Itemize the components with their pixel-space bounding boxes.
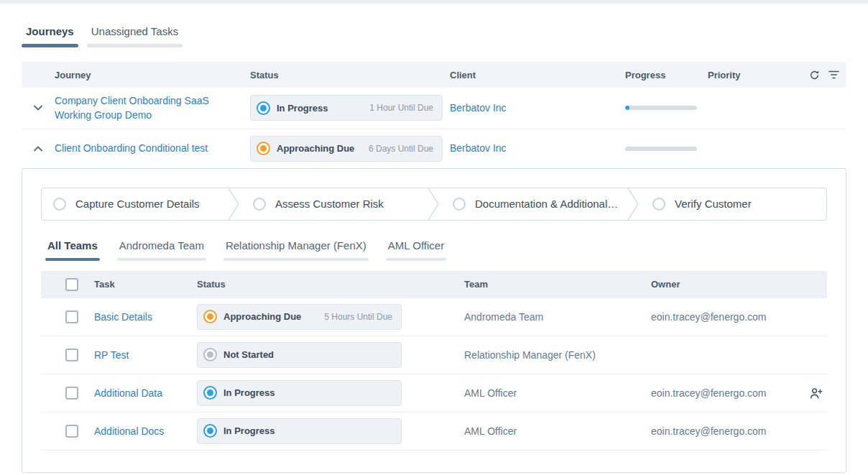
- in-progress-icon: [203, 386, 217, 400]
- journey-table-header: Journey Status Client Progress Priority: [22, 62, 846, 88]
- team-tab-underline: [386, 258, 446, 261]
- row-checkbox[interactable]: [65, 310, 78, 323]
- col-status: Status: [197, 279, 464, 290]
- journey-row: Company Client Onboarding SaaS Working G…: [22, 88, 846, 129]
- stage-label: Verify Customer: [675, 198, 757, 210]
- stage-separator-icon: [227, 188, 241, 220]
- owner-cell: eoin.tracey@fenergo.com: [651, 311, 798, 323]
- task-row: Additional Data In Progress AML Officer …: [41, 374, 827, 412]
- col-owner: Owner: [651, 279, 798, 290]
- row-checkbox[interactable]: [65, 387, 78, 400]
- stage-status-icon: [652, 198, 665, 211]
- task-link[interactable]: Additional Data: [94, 387, 162, 399]
- journey-detail-panel: Capture Customer Details Assess Customer…: [22, 168, 846, 473]
- stage-label: Capture Customer Details: [75, 198, 206, 210]
- team-tab-label: All Teams: [45, 239, 100, 252]
- tab-journeys-label: Journeys: [22, 25, 78, 37]
- team-cell: Andromeda Team: [464, 311, 651, 323]
- top-strip: [0, 0, 868, 4]
- stage-status-icon: [453, 198, 466, 211]
- task-link[interactable]: RP Test: [94, 349, 129, 361]
- team-tab-label: AML Officer: [386, 239, 446, 252]
- not-started-icon: [203, 348, 217, 361]
- journey-table: Journey Status Client Progress Priority: [22, 62, 846, 473]
- chevron-up-icon[interactable]: [31, 143, 45, 155]
- task-link[interactable]: Additional Docs: [94, 425, 164, 437]
- client-link[interactable]: Berbatov Inc: [450, 102, 507, 114]
- stage-status-icon: [253, 198, 266, 211]
- stage-label: Documentation & Additional D…: [475, 198, 627, 210]
- journey-link[interactable]: Company Client Onboarding SaaS Working G…: [55, 95, 209, 121]
- progress-bar: [625, 106, 697, 110]
- person-add-icon[interactable]: [809, 387, 823, 399]
- status-label: In Progress: [223, 425, 275, 436]
- stage-assess-customer-risk[interactable]: Assess Customer Risk: [241, 188, 427, 220]
- task-row: RP Test Not Started Relationship Manager…: [41, 336, 827, 374]
- status-label: In Progress: [223, 387, 275, 398]
- stage-breadcrumb: Capture Customer Details Assess Customer…: [41, 188, 827, 221]
- team-tab-label: Andromeda Team: [117, 239, 206, 252]
- team-tab-underline: [117, 258, 206, 261]
- journey-row: Client Onboarding Conditional test Appro…: [22, 129, 846, 169]
- team-tab-label: Relationship Manager (FenX): [223, 239, 369, 252]
- tab-journeys[interactable]: Journeys: [22, 25, 78, 47]
- task-table-header: Task Status Team Owner: [41, 271, 827, 298]
- team-tabs: All Teams Andromeda Team Relationship Ma…: [45, 239, 827, 261]
- col-task: Task: [94, 279, 197, 290]
- task-table: Task Status Team Owner Basic Details App…: [41, 271, 827, 472]
- team-cell: AML Officer: [464, 425, 651, 437]
- team-cell: AML Officer: [464, 387, 651, 399]
- task-row: Basic Details Approaching Due 5 Hours Un…: [41, 298, 827, 336]
- stage-status-icon: [53, 198, 66, 211]
- tab-all-teams[interactable]: All Teams: [45, 239, 100, 261]
- status-badge: Not Started: [197, 342, 402, 368]
- chevron-down-icon[interactable]: [31, 102, 45, 114]
- status-badge: In Progress: [197, 380, 402, 406]
- journey-link[interactable]: Client Onboarding Conditional test: [55, 142, 208, 154]
- due-label: 5 Hours Until Due: [324, 312, 392, 322]
- task-link[interactable]: Basic Details: [94, 311, 152, 323]
- status-label: In Progress: [277, 103, 328, 114]
- status-badge: Approaching Due 5 Hours Until Due: [197, 304, 402, 330]
- in-progress-icon: [203, 424, 217, 438]
- team-tab-underline: [223, 258, 369, 261]
- refresh-icon[interactable]: [809, 70, 820, 80]
- client-link[interactable]: Berbatov Inc: [450, 142, 507, 154]
- tab-aml-officer[interactable]: AML Officer: [386, 239, 446, 261]
- team-tab-underline: [45, 258, 100, 261]
- stage-capture-customer-details[interactable]: Capture Customer Details: [42, 188, 227, 220]
- progress-bar: [625, 147, 697, 151]
- status-label: Not Started: [223, 349, 274, 360]
- tab-unassigned-tasks[interactable]: Unassigned Tasks: [87, 25, 183, 47]
- main-tabs: Journeys Unassigned Tasks: [22, 25, 846, 47]
- tab-journeys-underline: [22, 44, 78, 47]
- stage-verify-customer[interactable]: Verify Customer: [641, 188, 826, 220]
- col-client: Client: [450, 70, 625, 80]
- page: Journeys Unassigned Tasks Journey Status…: [0, 25, 868, 473]
- tab-unassigned-tasks-underline: [87, 44, 183, 47]
- in-progress-icon: [257, 101, 270, 115]
- col-priority: Priority: [708, 70, 801, 80]
- team-cell: Relationship Manager (FenX): [464, 349, 651, 361]
- stage-separator-icon: [627, 188, 641, 220]
- stage-separator-icon: [427, 188, 441, 220]
- approaching-due-icon: [203, 310, 217, 323]
- row-checkbox[interactable]: [65, 425, 78, 438]
- filter-icon[interactable]: [828, 70, 839, 80]
- col-journey: Journey: [55, 70, 250, 80]
- status-badge: Approaching Due 6 Days Until Due: [250, 136, 443, 162]
- tab-andromeda-team[interactable]: Andromeda Team: [117, 239, 206, 261]
- tab-relationship-manager[interactable]: Relationship Manager (FenX): [223, 239, 369, 261]
- col-status: Status: [250, 70, 450, 80]
- stage-label: Assess Customer Risk: [275, 198, 389, 210]
- select-all-checkbox[interactable]: [65, 278, 78, 291]
- approaching-due-icon: [257, 142, 270, 155]
- owner-cell: eoin.tracey@fenergo.com: [651, 387, 798, 399]
- due-label: 1 Hour Until Due: [369, 103, 433, 113]
- owner-cell: eoin.tracey@fenergo.com: [651, 425, 798, 437]
- row-checkbox[interactable]: [65, 349, 78, 361]
- tab-unassigned-tasks-label: Unassigned Tasks: [87, 25, 183, 37]
- col-progress: Progress: [625, 70, 708, 80]
- due-label: 6 Days Until Due: [369, 144, 433, 154]
- stage-documentation-additional[interactable]: Documentation & Additional D…: [441, 188, 627, 220]
